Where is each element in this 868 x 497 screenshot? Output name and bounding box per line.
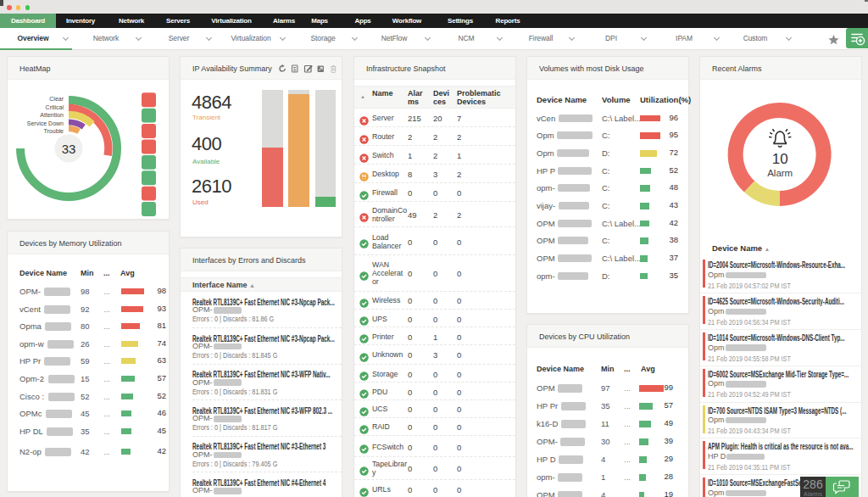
svg-text:Critical: Critical — [46, 104, 64, 110]
svg-text:Attention: Attention — [40, 112, 64, 118]
svg-text:Alarm: Alarm — [767, 168, 793, 178]
svg-text:33: 33 — [62, 142, 76, 156]
svg-text:Clear: Clear — [49, 96, 64, 102]
svg-text:Trouble: Trouble — [44, 128, 64, 134]
svg-text:10: 10 — [772, 151, 788, 167]
svg-text:Service Down: Service Down — [27, 120, 64, 126]
